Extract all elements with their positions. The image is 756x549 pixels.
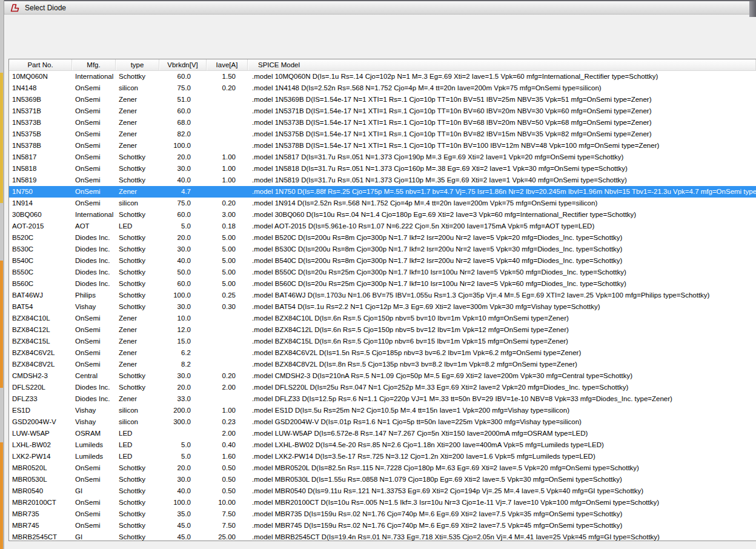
table-row[interactable]: MBR0520LOnSemiSchottky20.00.50.model MBR… [9,462,756,474]
table-row[interactable]: 1N5373BOnSemiZener68.0.model 1N5373B D(I… [9,117,756,128]
table-row[interactable]: 1N914OnSemisilicon75.00.20.model 1N914 D… [9,198,756,209]
cell-part: LUW-W5AP [9,428,72,439]
cell-model: .model B530C D(Is=200u Rs=8m Cjo=300p N=… [248,244,756,255]
table-row[interactable]: BZX84C10LOnSemiZener10.0.model BZX84C10L… [9,313,756,324]
cell-part: BZX84C6V2L [9,347,72,359]
cell-iave: 3.00 [207,209,248,221]
titlebar[interactable]: Select Diode [4,0,756,15]
cell-model: .model BZX84C15L D(Is=.6n Rs=.5 Cjo=110p… [248,336,756,347]
table-row[interactable]: LUW-W5APOSRAMLED2.00.model LUW-W5AP D(Is… [9,428,756,439]
table-row[interactable]: MBR745OnSemiSchottky45.07.50.model MBR74… [9,520,756,531]
table-row[interactable]: B540CDiodes Inc.Schottky40.05.00.model B… [9,255,756,267]
cell-mfg: Lumileds [72,451,116,462]
table-row[interactable]: BZX84C15LOnSemiZener15.0.model BZX84C15L… [9,336,756,347]
column-header-iave[interactable]: Iave[A] [207,59,248,70]
table-row[interactable]: 10MQ060NInternational RSchottky60.01.50.… [9,71,756,82]
cell-iave: 0.20 [207,82,248,94]
column-header-vbrkdn[interactable]: Vbrkdn[V] [159,59,207,70]
table-row[interactable]: MBR735OnSemiSchottky35.07.50.model MBR73… [9,508,756,520]
table-row[interactable]: BAT54VishaySchottky30.00.30.model BAT54 … [9,301,756,313]
cell-vbrkdn: 40.0 [159,485,207,497]
table-row[interactable]: 1N5371BOnSemiZener60.0.model 1N5371B D(I… [9,105,756,117]
cell-type: Schottky [116,382,159,393]
cell-part: 1N750 [9,186,72,198]
cell-mfg: OnSemi [72,347,116,359]
cell-type: Zener [116,347,159,359]
cell-type: Schottky [116,278,159,290]
cell-model: .model BZX84C12L D(Is=.6n Rs=.5 Cjo=150p… [248,324,756,336]
background-edge-segment [0,442,3,549]
cell-iave [207,128,248,140]
table-row[interactable]: 30BQ060International RSchottky60.03.00.m… [9,209,756,221]
table-row[interactable]: 1N5818OnSemiSchottky30.01.00.model 1N581… [9,163,756,175]
table-row-selected[interactable]: 1N750OnSemiZener4.7.model 1N750 D(Is=.88… [9,186,756,198]
cell-model: .model 1N4148 D(Is=2.52n Rs=.568 N=1.752… [248,82,756,94]
table-row[interactable]: MBRB2545CTGISchottky45.025.00.model MBRB… [9,531,756,541]
table-row[interactable]: BZX84C6V2LOnSemiZener6.2.model BZX84C6V2… [9,347,756,359]
table-row[interactable]: LXHL-BW02LumiledsLED5.00.40.model LXHL-B… [9,439,756,451]
table-row[interactable]: LXK2-PW14LumiledsLED5.01.60.model LXK2-P… [9,451,756,462]
table-row[interactable]: GSD2004W-VVishaysilicon300.00.23.model G… [9,416,756,428]
column-header-model[interactable]: SPICE Model [248,59,756,70]
cell-model: .model BAT46WJ D(Is=.1703u N=1.06 BV=75 … [248,290,756,301]
cell-vbrkdn: 20.0 [159,462,207,474]
cell-model: .model LXK2-PW14 D(Is=3.5e-17 Rs=.725 N=… [248,451,756,462]
cell-type: LED [116,221,159,232]
table-row[interactable]: 1N5819OnSemiSchottky40.01.00.model 1N581… [9,175,756,186]
cell-vbrkdn: 50.0 [159,267,207,278]
cell-vbrkdn: 60.0 [159,278,207,290]
cell-vbrkdn: 33.0 [159,393,207,405]
column-header-mfg[interactable]: Mfg. [72,59,116,70]
cell-vbrkdn: 40.0 [159,175,207,186]
cell-vbrkdn: 45.0 [159,520,207,531]
table-row[interactable]: BZX84C12LOnSemiZener12.0.model BZX84C12L… [9,324,756,336]
cell-mfg: Diodes Inc. [72,244,116,255]
cell-vbrkdn: 60.0 [159,105,207,117]
table-row[interactable]: ES1DVishaysilicon200.01.00.model ES1D D(… [9,405,756,416]
table-row[interactable]: BZX84C8V2LOnSemiZener8.2.model BZX84C8V2… [9,359,756,370]
table-row[interactable]: 1N5369BOnSemiZener51.0.model 1N5369B D(I… [9,94,756,105]
table-row[interactable]: MBR20100CTOnSemiSchottky100.010.00.model… [9,497,756,508]
cell-iave [207,117,248,128]
cell-mfg: Diodes Inc. [72,267,116,278]
table-row[interactable]: B550CDiodes Inc.Schottky50.05.00.model B… [9,267,756,278]
cell-type: silicon [116,82,159,94]
cell-part: MBR735 [9,508,72,520]
cell-iave: 0.30 [207,301,248,313]
cell-vbrkdn: 20.0 [159,151,207,163]
table-row[interactable]: DFLZ33Diodes Inc.Zener33.0.model DFLZ33 … [9,393,756,405]
cell-model: .model MBR0540 D(Is=9.11u Rs=.121 N=1.33… [248,485,756,497]
cell-iave [207,336,248,347]
table-row[interactable]: MBR0540GISchottky40.00.50.model MBR0540 … [9,485,756,497]
cell-type: Schottky [116,151,159,163]
cell-vbrkdn: 8.2 [159,359,207,370]
cell-iave: 5.00 [207,244,248,255]
table-row[interactable]: AOT-2015AOTLED5.00.18.model AOT-2015 D(I… [9,221,756,232]
table-row[interactable]: B560CDiodes Inc.Schottky60.05.00.model B… [9,278,756,290]
cell-iave: 5.00 [207,278,248,290]
cell-vbrkdn: 82.0 [159,128,207,140]
column-header-type[interactable]: type [116,59,159,70]
cell-iave: 0.50 [207,474,248,485]
column-header-part[interactable]: Part No. [9,59,72,70]
table-row[interactable]: 1N5375BOnSemiZener82.0.model 1N5375B D(I… [9,128,756,140]
cell-vbrkdn: 5.0 [159,451,207,462]
table-row[interactable]: CMDSH2-3CentralSchottky30.00.20.model CM… [9,370,756,382]
table-row[interactable]: DFLS220LDiodes Inc.Schottky20.02.00.mode… [9,382,756,393]
cell-part: BZX84C12L [9,324,72,336]
cell-vbrkdn: 10.0 [159,313,207,324]
table-row[interactable]: BAT46WJPhilipsSchottky100.00.25.model BA… [9,290,756,301]
table-row[interactable]: MBR0530LOnSemiSchottky30.00.50.model MBR… [9,474,756,485]
cell-mfg: International R [72,209,116,221]
cell-vbrkdn: 68.0 [159,117,207,128]
cell-vbrkdn: 5.0 [159,439,207,451]
cell-vbrkdn: 30.0 [159,370,207,382]
cell-type: silicon [116,405,159,416]
table-row[interactable]: 1N4148OnSemisilicon75.00.20.model 1N4148… [9,82,756,94]
background-edge-segment [0,73,3,203]
diode-list[interactable]: Part No.Mfg.typeVbrkdn[V]Iave[A]SPICE Mo… [8,59,756,541]
table-row[interactable]: B520CDiodes Inc.Schottky20.05.00.model B… [9,232,756,244]
table-row[interactable]: 1N5817OnSemiSchottky20.01.00.model 1N581… [9,151,756,163]
table-row[interactable]: B530CDiodes Inc.Schottky30.05.00.model B… [9,244,756,255]
table-row[interactable]: 1N5378BOnSemiZener100.0.model 1N5378B D(… [9,140,756,151]
